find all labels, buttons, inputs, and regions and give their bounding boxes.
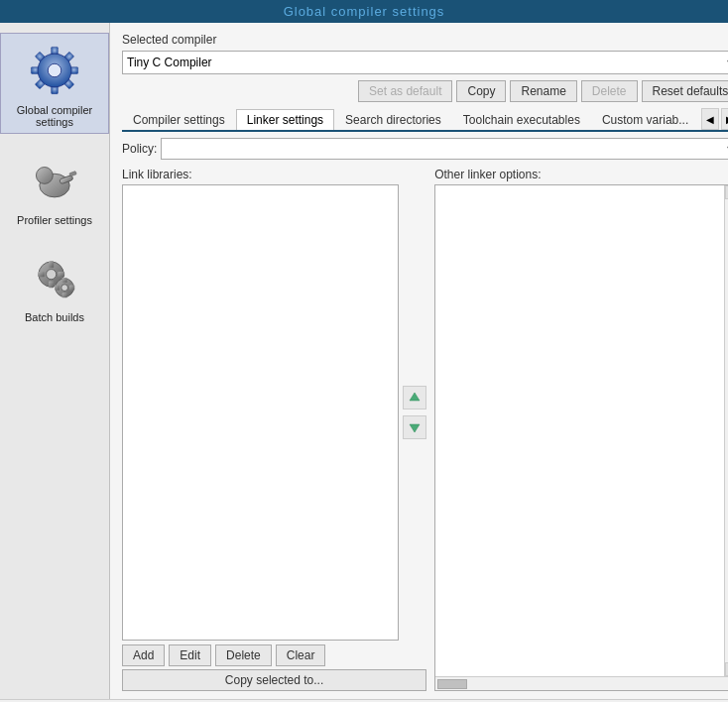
sidebar-item-profiler-label: Profiler settings [17, 214, 92, 226]
button-row: Set as default Copy Rename Delete Reset … [122, 80, 728, 102]
move-up-button[interactable] [403, 386, 426, 410]
compiler-select-wrapper: Tiny C Compiler [122, 51, 728, 74]
clear-button[interactable]: Clear [276, 644, 326, 666]
svg-point-21 [61, 285, 68, 292]
other-linker-options-textarea[interactable] [435, 185, 724, 676]
copy-selected-button[interactable]: Copy selected to... [122, 669, 426, 691]
right-vertical-scrollbar[interactable]: ▲ ▼ [724, 185, 728, 676]
sidebar-item-global-compiler-settings[interactable]: Global compiler settings [0, 33, 109, 134]
add-button[interactable]: Add [122, 644, 165, 666]
policy-row: Policy: [122, 138, 728, 160]
svg-rect-18 [38, 272, 45, 277]
sidebar-item-batch-label: Batch builds [25, 311, 84, 323]
policy-select[interactable] [161, 138, 728, 160]
selected-compiler-label: Selected compiler [122, 33, 728, 47]
content-area: Selected compiler Tiny C Compiler Set as… [110, 23, 728, 699]
left-panel: Link libraries: [122, 168, 426, 691]
copy-selected-row: Copy selected to... [122, 669, 426, 691]
copy-button[interactable]: Copy [456, 80, 506, 102]
svg-rect-25 [69, 286, 74, 291]
list-delete-button[interactable]: Delete [215, 644, 272, 666]
batch-builds-icon [23, 246, 86, 309]
set-as-default-button[interactable]: Set as default [358, 80, 452, 102]
tab-linker-settings[interactable]: Linker settings [236, 109, 334, 132]
tab-toolchain-executables[interactable]: Toolchain executables [452, 109, 591, 130]
tab-scroll-prev-button[interactable]: ◀ [701, 108, 719, 130]
svg-rect-17 [49, 281, 54, 288]
svg-rect-23 [62, 292, 67, 297]
tab-search-directories[interactable]: Search directories [334, 109, 452, 130]
link-libraries-label: Link libraries: [122, 168, 426, 181]
tabs-row: Compiler settings Linker settings Search… [122, 108, 728, 132]
profiler-icon [23, 149, 86, 212]
title-text: Global compiler settings [284, 4, 445, 19]
edit-button[interactable]: Edit [169, 644, 211, 666]
tab-compiler-settings[interactable]: Compiler settings [122, 109, 236, 130]
sidebar-item-batch-builds[interactable]: Batch builds [0, 241, 109, 328]
svg-rect-19 [58, 272, 64, 277]
tab-custom-variables[interactable]: Custom variab... [591, 109, 699, 130]
other-linker-options-label: Other linker options: [434, 168, 728, 181]
global-compiler-settings-icon [23, 39, 86, 102]
delete-button[interactable]: Delete [581, 80, 638, 102]
tab-scroll-next-button[interactable]: ▶ [721, 108, 728, 130]
reset-defaults-button[interactable]: Reset defaults [642, 80, 728, 102]
link-libraries-list[interactable] [122, 184, 399, 641]
list-wrapper [122, 184, 399, 641]
svg-rect-22 [62, 278, 67, 283]
move-down-button[interactable] [403, 415, 426, 439]
horizontal-scrollbar-thumb [437, 679, 467, 689]
compiler-select[interactable]: Tiny C Compiler [122, 51, 728, 74]
title-bar: Global compiler settings [0, 0, 728, 23]
rename-button[interactable]: Rename [510, 80, 576, 102]
sidebar: Global compiler settings [0, 23, 110, 699]
panels-row: Link libraries: [122, 168, 728, 691]
svg-point-11 [36, 168, 53, 184]
sidebar-item-profiler-settings[interactable]: Profiler settings [0, 144, 109, 231]
svg-rect-13 [69, 172, 76, 176]
svg-point-15 [47, 270, 57, 280]
compiler-row: Tiny C Compiler [122, 51, 728, 74]
svg-point-9 [48, 63, 61, 77]
policy-label: Policy: [122, 142, 157, 156]
svg-marker-26 [410, 393, 420, 401]
svg-marker-27 [410, 424, 420, 432]
panel-buttons: Add Edit Delete Clear [122, 644, 426, 666]
svg-rect-24 [55, 286, 60, 291]
sidebar-item-global-compiler-label: Global compiler settings [6, 104, 103, 128]
right-horizontal-scrollbar[interactable] [435, 676, 728, 690]
svg-rect-16 [49, 261, 54, 268]
arrow-column [403, 184, 426, 641]
left-panel-inner [122, 184, 426, 641]
right-panel: Other linker options: ▲ ▼ [434, 168, 728, 691]
policy-select-wrapper [161, 138, 728, 160]
